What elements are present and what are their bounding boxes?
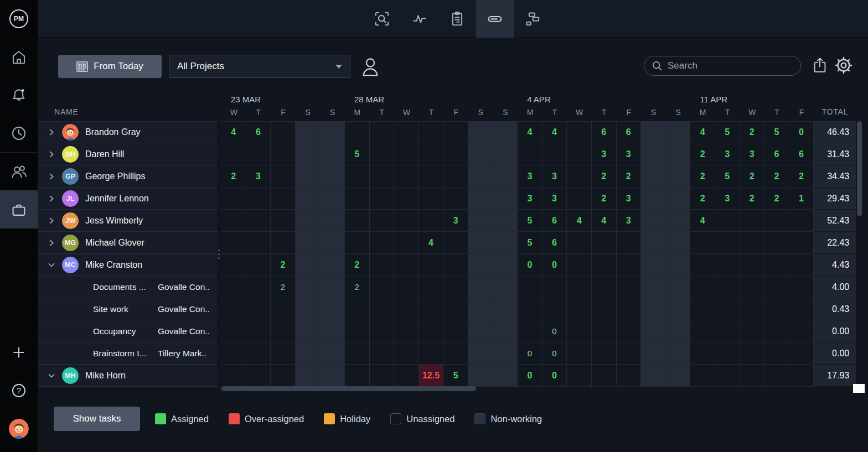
day-cell[interactable] — [493, 165, 518, 188]
day-cell[interactable]: 5 — [715, 121, 740, 143]
day-cell[interactable] — [443, 254, 468, 276]
day-cell[interactable] — [690, 342, 715, 365]
day-cell[interactable] — [468, 210, 493, 232]
day-cell[interactable] — [370, 188, 395, 210]
day-cell[interactable] — [394, 276, 419, 298]
day-cell[interactable] — [789, 276, 814, 298]
day-cell[interactable]: 0 — [542, 342, 567, 365]
day-cell[interactable] — [641, 342, 666, 365]
day-cell[interactable] — [617, 342, 642, 365]
day-cell[interactable] — [690, 320, 715, 342]
day-cell[interactable] — [296, 254, 321, 276]
day-cell[interactable]: 3 — [518, 165, 542, 188]
day-cell[interactable]: 6 — [542, 232, 567, 254]
day-cell[interactable] — [320, 254, 345, 276]
day-cell[interactable]: 3 — [592, 143, 617, 165]
day-cell[interactable] — [443, 165, 468, 188]
day-cell[interactable] — [296, 232, 321, 254]
day-cell[interactable] — [641, 210, 666, 232]
day-cell[interactable]: 3 — [246, 165, 271, 188]
day-cell[interactable]: 3 — [617, 143, 642, 165]
export-button[interactable] — [812, 56, 828, 74]
collapse-icon[interactable] — [45, 370, 58, 382]
day-cell[interactable] — [789, 298, 814, 320]
day-cell[interactable] — [641, 143, 666, 165]
day-cell[interactable]: 6 — [764, 143, 789, 165]
day-cell[interactable]: 2 — [690, 188, 715, 210]
day-cell[interactable] — [567, 298, 592, 320]
day-cell[interactable] — [740, 320, 764, 342]
day-cell[interactable]: 6 — [592, 121, 617, 143]
expand-icon[interactable] — [45, 215, 58, 227]
day-cell[interactable] — [443, 232, 468, 254]
task-name-cell[interactable]: Brainstorm I...Tillery Mark.. — [38, 342, 217, 365]
day-cell[interactable] — [592, 298, 617, 320]
day-cell[interactable] — [246, 210, 271, 232]
day-cell[interactable] — [394, 342, 419, 365]
day-cell[interactable] — [296, 320, 321, 342]
expand-icon[interactable] — [45, 193, 58, 205]
expand-icon[interactable] — [45, 126, 58, 138]
day-cell[interactable] — [493, 232, 518, 254]
day-cell[interactable] — [246, 365, 271, 387]
day-cell[interactable]: 2 — [271, 254, 296, 276]
day-cell[interactable]: 2 — [764, 188, 789, 210]
day-cell[interactable]: 3 — [518, 188, 542, 210]
day-cell[interactable]: 4 — [518, 121, 542, 143]
day-cell[interactable]: 6 — [542, 210, 567, 232]
expand-icon[interactable] — [45, 170, 58, 183]
day-cell[interactable] — [345, 188, 370, 210]
day-cell[interactable] — [345, 210, 370, 232]
day-cell[interactable] — [370, 232, 395, 254]
day-cell[interactable] — [567, 276, 592, 298]
day-cell[interactable]: 4 — [592, 210, 617, 232]
day-cell[interactable] — [345, 365, 370, 387]
day-cell[interactable] — [666, 188, 691, 210]
day-cell[interactable]: 5 — [764, 121, 789, 143]
task-name-cell[interactable]: Site workGovalle Con.. — [38, 298, 217, 320]
tab-zoom-search[interactable] — [363, 0, 401, 38]
day-cell[interactable] — [246, 232, 271, 254]
day-cell[interactable] — [740, 254, 764, 276]
day-cell[interactable]: 0 — [542, 254, 567, 276]
tab-activity[interactable] — [401, 0, 438, 38]
day-cell[interactable] — [419, 165, 444, 188]
day-cell[interactable] — [419, 121, 444, 143]
day-cell[interactable] — [443, 188, 468, 210]
day-cell[interactable] — [690, 365, 715, 387]
day-cell[interactable] — [764, 298, 789, 320]
day-cell[interactable] — [715, 342, 740, 365]
day-cell[interactable] — [468, 365, 493, 387]
day-cell[interactable] — [320, 342, 345, 365]
day-cell[interactable] — [394, 165, 419, 188]
day-cell[interactable] — [221, 365, 246, 387]
day-cell[interactable] — [443, 276, 468, 298]
day-cell[interactable] — [221, 342, 246, 365]
day-cell[interactable] — [764, 320, 789, 342]
day-cell[interactable] — [370, 121, 395, 143]
day-cell[interactable]: 3 — [542, 188, 567, 210]
day-cell[interactable]: 2 — [345, 254, 370, 276]
day-cell[interactable] — [271, 188, 296, 210]
person-name-cell[interactable]: MGMichael Glover — [38, 232, 217, 254]
day-cell[interactable] — [419, 210, 444, 232]
day-cell[interactable] — [320, 276, 345, 298]
day-cell[interactable] — [271, 365, 296, 387]
day-cell[interactable]: 4 — [542, 121, 567, 143]
day-cell[interactable] — [567, 365, 592, 387]
day-cell[interactable]: 5 — [715, 165, 740, 188]
day-cell[interactable] — [419, 320, 444, 342]
day-cell[interactable]: 2 — [221, 165, 246, 188]
day-cell[interactable] — [320, 165, 345, 188]
person-name-cell[interactable]: GPGeorge Phillips — [38, 165, 217, 188]
expand-icon[interactable] — [45, 148, 58, 160]
day-cell[interactable] — [542, 298, 567, 320]
day-cell[interactable] — [715, 276, 740, 298]
day-cell[interactable] — [764, 342, 789, 365]
column-resize-handle[interactable] — [217, 250, 220, 259]
tab-workflow[interactable] — [514, 0, 551, 38]
day-cell[interactable] — [690, 298, 715, 320]
day-cell[interactable] — [518, 320, 542, 342]
day-cell[interactable] — [715, 320, 740, 342]
collapse-icon[interactable] — [45, 259, 58, 271]
